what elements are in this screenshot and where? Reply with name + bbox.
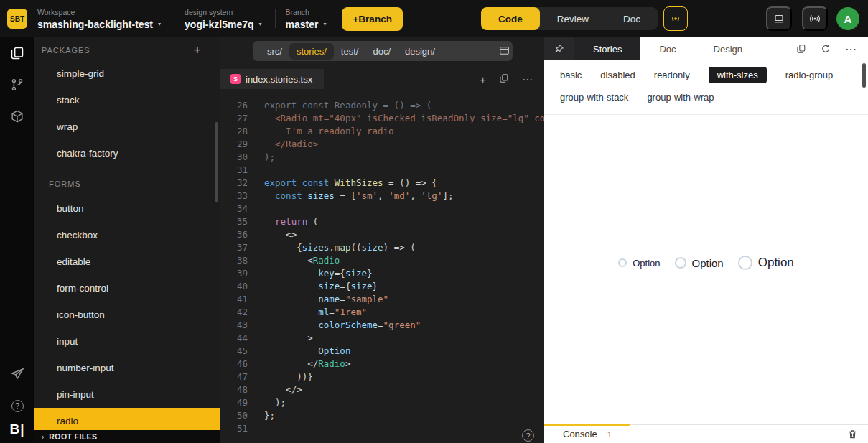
code-line[interactable]: 37 {sizes.map((size) => ( xyxy=(220,241,544,254)
radio-circle[interactable] xyxy=(675,257,686,269)
branch-name: master xyxy=(286,19,319,30)
folder-tab[interactable]: stories/ xyxy=(289,43,334,60)
radio-option[interactable]: Option xyxy=(618,258,660,269)
sidebar-item[interactable]: button xyxy=(34,195,220,222)
sidebar-item[interactable]: number-input xyxy=(34,355,220,381)
editor-help-button[interactable]: ? xyxy=(522,429,534,442)
preview-window-icon[interactable] xyxy=(499,45,510,56)
code-line[interactable]: 51 xyxy=(220,422,544,435)
more-options-icon[interactable]: ⋯ xyxy=(522,74,533,85)
code-line[interactable]: 34 xyxy=(220,202,544,215)
radio-option[interactable]: Option xyxy=(675,257,724,269)
package-icon[interactable] xyxy=(0,101,34,132)
code-line[interactable]: 46 </Radio> xyxy=(220,358,544,370)
code-line[interactable]: 38 <Radio xyxy=(220,254,544,267)
send-icon[interactable] xyxy=(0,358,34,390)
console-bar: Console 1 xyxy=(544,424,868,443)
root-files-bar[interactable]: › ROOT FILES xyxy=(34,430,220,443)
code-line[interactable]: 47 ))} xyxy=(220,370,544,383)
sidebar-item[interactable]: form-control xyxy=(34,275,220,302)
trash-icon[interactable] xyxy=(847,429,858,439)
sidebar-item[interactable]: input xyxy=(34,328,220,355)
signal-button[interactable] xyxy=(663,6,688,31)
preview-tab[interactable]: Doc xyxy=(640,37,694,60)
variant-tab[interactable]: radio-group xyxy=(785,67,834,83)
help-icon[interactable]: ? xyxy=(0,390,34,421)
sidebar-item[interactable]: wrap xyxy=(34,113,220,140)
code-line[interactable]: 43 colorScheme="green" xyxy=(220,319,544,332)
folder-tab[interactable]: doc/ xyxy=(365,43,398,60)
copy-icon[interactable] xyxy=(796,44,806,54)
code-line[interactable]: 39 key={size} xyxy=(220,267,544,280)
code-line[interactable]: 40 size={size} xyxy=(220,280,544,293)
refresh-icon[interactable] xyxy=(821,44,831,54)
radio-option[interactable]: Option xyxy=(738,256,794,270)
split-editor-icon[interactable] xyxy=(499,73,509,85)
sidebar-item[interactable]: editable xyxy=(34,248,220,275)
workspace-selector[interactable]: Workspace smashing-backlight-test ▾ xyxy=(37,8,161,30)
chevron-down-icon: ▾ xyxy=(158,21,161,27)
code-line[interactable]: 33 const sizes = ['sm', 'md', 'lg']; xyxy=(220,190,544,202)
variant-tab[interactable]: group-with-wrap xyxy=(647,89,714,106)
code-line[interactable]: 29 </Radio> xyxy=(220,138,544,151)
sidebar-item[interactable]: simple-grid xyxy=(34,60,220,87)
variant-tab[interactable]: group-with-stack xyxy=(560,89,628,106)
design-system-name: yogi-kzl5me7q xyxy=(185,19,253,30)
code-line[interactable]: 45 Option xyxy=(220,345,544,358)
sidebar-item[interactable]: checkbox xyxy=(34,222,220,248)
code-line[interactable]: 26export const Readonly = () => ( xyxy=(220,99,544,112)
file-tab[interactable]: S index.stories.tsx xyxy=(220,69,324,89)
code-line[interactable]: 42 ml="1rem" xyxy=(220,306,544,319)
variant-tab[interactable]: with-sizes xyxy=(709,67,767,83)
branch-selector[interactable]: Branch master ▾ xyxy=(286,8,327,30)
radio-circle[interactable] xyxy=(618,258,627,267)
git-branch-icon[interactable] xyxy=(0,69,34,101)
code-line[interactable]: 31 xyxy=(220,164,544,177)
pin-icon[interactable] xyxy=(544,37,574,60)
new-branch-button[interactable]: +Branch xyxy=(342,7,402,31)
mode-tab[interactable]: Doc xyxy=(606,7,658,30)
folder-tab[interactable]: design/ xyxy=(398,43,442,60)
chevron-right-icon: › xyxy=(42,433,44,441)
mode-tab[interactable]: Code xyxy=(481,7,540,30)
add-file-button[interactable]: + xyxy=(480,74,486,85)
design-system-selector[interactable]: design system yogi-kzl5me7q ▾ xyxy=(185,8,262,30)
folder-tab[interactable]: src/ xyxy=(260,43,289,60)
packages-header-row: PACKAGES + xyxy=(34,37,220,60)
preview-scrollbar[interactable] xyxy=(862,63,866,88)
console-count-badge: 1 xyxy=(607,430,612,439)
mode-tab[interactable]: Review xyxy=(540,7,606,30)
code-line[interactable]: 30); xyxy=(220,151,544,164)
code-line[interactable]: 32export const WithSizes = () => { xyxy=(220,177,544,190)
variant-tab[interactable]: readonly xyxy=(654,67,690,83)
more-options-icon[interactable]: ⋯ xyxy=(845,42,857,56)
sidebar-scrollbar[interactable] xyxy=(215,122,218,202)
device-preview-button[interactable] xyxy=(766,6,792,31)
add-package-button[interactable]: + xyxy=(193,46,201,55)
sidebar-item[interactable]: stack xyxy=(34,87,220,113)
preview-tab[interactable]: Stories xyxy=(574,37,640,60)
code-line[interactable]: 41 name="sample" xyxy=(220,293,544,306)
code-line[interactable]: 36 <> xyxy=(220,228,544,241)
app-logo[interactable]: SBT xyxy=(7,9,27,29)
variant-tab[interactable]: basic xyxy=(560,67,582,83)
files-icon[interactable] xyxy=(0,37,34,69)
sidebar-item[interactable]: icon-button xyxy=(34,302,220,328)
code-line[interactable]: 28 I'm a readonly radio xyxy=(220,125,544,138)
code-line[interactable]: 50}; xyxy=(220,409,544,422)
sidebar-item[interactable]: pin-input xyxy=(34,381,220,408)
code-line[interactable]: 27 <Radio mt="40px" isChecked isReadOnly… xyxy=(220,112,544,125)
preview-tab[interactable]: Design xyxy=(695,37,761,60)
broadcast-button[interactable] xyxy=(802,6,828,31)
code-line[interactable]: 49 ); xyxy=(220,396,544,409)
code-line[interactable]: 35 return ( xyxy=(220,215,544,228)
code-editor[interactable]: 26export const Readonly = () => (27 <Rad… xyxy=(220,99,544,435)
code-line[interactable]: 48 </> xyxy=(220,383,544,396)
sidebar-item[interactable]: chakra-factory xyxy=(34,140,220,167)
code-line[interactable]: 44 > xyxy=(220,332,544,345)
folder-tab[interactable]: test/ xyxy=(334,43,366,60)
user-avatar[interactable]: A xyxy=(836,7,859,30)
variant-tab[interactable]: disabled xyxy=(600,67,635,83)
console-tab[interactable]: Console xyxy=(563,429,597,439)
radio-circle[interactable] xyxy=(738,256,752,270)
